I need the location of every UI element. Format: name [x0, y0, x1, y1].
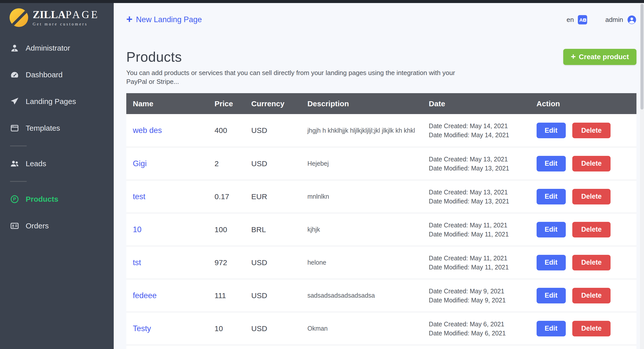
translate-icon[interactable]: Aa [578, 15, 587, 24]
product-actions: Edit Delete [537, 213, 637, 246]
date-created: Date Created: May 13, 2021 [429, 188, 537, 197]
product-currency: BRL [251, 213, 307, 246]
column-header-currency: Currency [251, 93, 307, 114]
product-name-link[interactable]: web des [133, 126, 162, 135]
date-created: Date Created: May 14, 2021 [429, 121, 537, 130]
delete-button[interactable]: Delete [572, 123, 611, 138]
products-icon: P [10, 195, 19, 204]
top-strip [0, 0, 644, 3]
sidebar-item-templates[interactable]: Templates [0, 115, 114, 142]
product-price: 100 [215, 213, 251, 246]
edit-button[interactable]: Edit [537, 123, 566, 138]
leads-icon [10, 159, 19, 168]
sidebar-item-label: Landing Pages [26, 97, 76, 106]
date-modified: Date Modified: May 11, 2021 [429, 230, 537, 239]
svg-text:P: P [13, 197, 16, 202]
product-actions: Edit Delete [537, 279, 637, 312]
delete-button[interactable]: Delete [572, 189, 611, 204]
date-modified: Date Modified: May 13, 2021 [429, 197, 537, 206]
page-subtitle: You can add products or services that yo… [126, 68, 471, 86]
product-dates: Date Created: May 13, 2021 Date Modified… [429, 180, 537, 213]
topbar: + New Landing Page en Aa admin [126, 3, 636, 36]
product-currency: USD [251, 114, 307, 147]
new-landing-page-button[interactable]: + New Landing Page [126, 14, 202, 25]
date-created: Date Created: May 11, 2021 [429, 254, 537, 263]
column-header-price: Price [215, 93, 251, 114]
product-name-link[interactable]: 10 [133, 225, 141, 234]
product-actions: Edit Delete [537, 312, 637, 345]
main-content: + New Landing Page en Aa admin Products … [114, 3, 644, 349]
scrollbar-thumb[interactable] [640, 4, 643, 110]
table-row: test 0.17 EUR mnlnlkn Date Created: May … [126, 180, 636, 213]
sidebar-item-label: Orders [26, 222, 49, 230]
column-header-name: Name [126, 93, 215, 114]
edit-button[interactable]: Edit [537, 189, 566, 204]
product-name-link[interactable]: Gigi [133, 159, 147, 168]
user-admin-icon [10, 44, 19, 53]
create-product-button[interactable]: + Create product [563, 49, 636, 65]
edit-button[interactable]: Edit [537, 288, 566, 303]
sidebar-item-label: Products [26, 195, 58, 203]
sidebar-item-orders[interactable]: Orders [0, 213, 114, 239]
date-modified: Date Modified: May 14, 2021 [429, 130, 537, 139]
user-avatar-icon[interactable] [627, 15, 636, 24]
table-row: 10 100 BRL kjhjk Date Created: May 11, 2… [126, 213, 636, 246]
table-row: web des 400 USD jhgjh h khklhjjk hljlkjk… [126, 114, 636, 147]
edit-button[interactable]: Edit [537, 321, 566, 336]
date-created: Date Created: May 9, 2021 [429, 287, 537, 296]
sidebar-item-label: Dashboard [26, 71, 63, 79]
edit-button[interactable]: Edit [537, 156, 566, 171]
edit-button[interactable]: Edit [537, 255, 566, 270]
brand-logo[interactable]: ZILLAPAGE Get more customers [0, 7, 114, 28]
delete-button[interactable]: Delete [572, 156, 611, 171]
product-currency: USD [251, 279, 307, 312]
sidebar-item-administrator[interactable]: Administrator [0, 35, 114, 61]
vertical-scrollbar[interactable] [640, 3, 644, 349]
product-actions: Edit Delete [537, 114, 637, 147]
sidebar: ZILLAPAGE Get more customers Administrat… [0, 0, 114, 349]
table-row: tst 972 USD helone Date Created: May 11,… [126, 246, 636, 279]
plus-icon: + [126, 14, 133, 24]
language-label: en [567, 16, 574, 24]
product-name-link[interactable]: tst [133, 258, 141, 267]
sidebar-item-products[interactable]: P Products [0, 186, 114, 213]
create-product-label: Create product [579, 53, 629, 61]
product-name-link[interactable]: fedeee [133, 291, 157, 300]
products-table: Name Price Currency Description Date Act… [126, 93, 636, 349]
product-name-link[interactable]: test [133, 192, 145, 201]
delete-button[interactable]: Delete [572, 321, 611, 336]
product-price: 2 [215, 147, 251, 180]
column-header-date: Date [429, 93, 537, 114]
product-name-link[interactable]: Testy [133, 324, 151, 333]
orders-icon [10, 221, 19, 230]
product-dates: Date Created: May 14, 2021 Date Modified… [429, 114, 537, 147]
product-actions: Edit Delete [537, 246, 637, 279]
edit-button[interactable]: Edit [537, 222, 566, 237]
sidebar-item-label: Templates [26, 124, 60, 132]
sidebar-item-landing-pages[interactable]: Landing Pages [0, 88, 114, 115]
product-price: 972 [215, 246, 251, 279]
sidebar-divider [10, 181, 27, 182]
delete-button[interactable]: Delete [572, 288, 611, 303]
product-description: sadsadsadsadsadsadsa [307, 279, 429, 312]
page-title: Products [126, 49, 182, 65]
plus-icon: + [571, 52, 576, 61]
product-dates: Date Created: May 13, 2021 Date Modified… [429, 147, 537, 180]
sidebar-item-leads[interactable]: Leads [0, 150, 114, 177]
sidebar-item-dashboard[interactable]: Dashboard [0, 61, 114, 88]
sidebar-nav: Administrator Dashboard Landing Pages Te… [0, 35, 114, 239]
zillapage-logo-icon [10, 8, 28, 27]
svg-text:a: a [584, 18, 586, 21]
product-description: kjhjk [307, 213, 429, 246]
date-modified: Date Modified: May 13, 2021 [429, 164, 537, 173]
svg-text:A: A [579, 17, 583, 22]
delete-button[interactable]: Delete [572, 255, 611, 270]
sidebar-item-label: Administrator [26, 44, 70, 52]
delete-button[interactable]: Delete [572, 222, 611, 237]
topbar-right: en Aa admin [567, 15, 636, 24]
sidebar-divider [10, 146, 27, 146]
product-price: 0.17 [215, 180, 251, 213]
product-currency: USD [251, 312, 307, 345]
user-label: admin [605, 16, 623, 24]
table-row: fedeee 111 USD sadsadsadsadsadsadsa Date… [126, 279, 636, 312]
